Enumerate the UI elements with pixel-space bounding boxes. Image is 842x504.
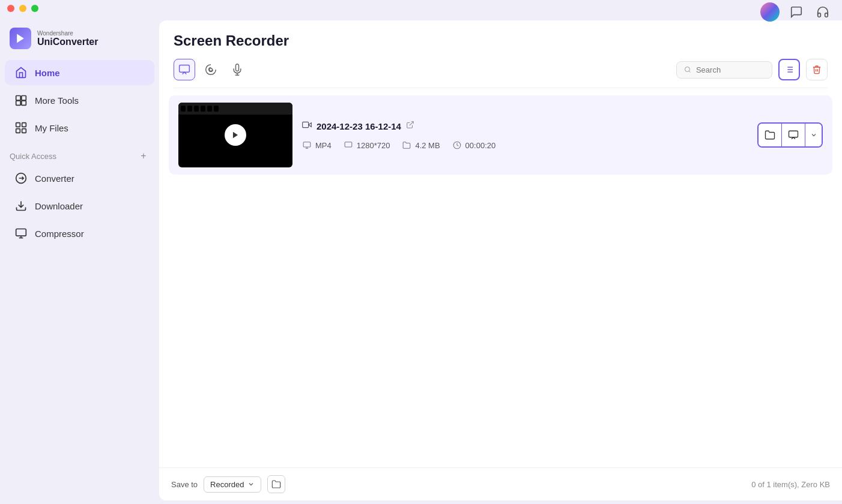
sidebar-item-downloader[interactable]: Downloader — [5, 193, 154, 218]
svg-line-29 — [410, 122, 413, 125]
film-hole — [187, 106, 192, 112]
toolbar-tabs — [174, 59, 248, 80]
sidebar-item-downloader-label: Downloader — [35, 201, 83, 211]
search-box[interactable] — [676, 61, 772, 79]
main-content: Screen Recorder — [159, 20, 842, 500]
meta-resolution-value: 1280*720 — [357, 141, 390, 150]
open-external-icon[interactable] — [406, 121, 414, 131]
svg-rect-35 — [789, 131, 798, 137]
recording-meta: MP4 1280*720 — [302, 140, 748, 150]
home-icon — [14, 66, 28, 79]
film-hole — [214, 106, 219, 112]
sidebar-item-compressor-label: Compressor — [35, 229, 84, 239]
save-to-row: Save to Recorded — [171, 475, 285, 493]
converter-icon — [14, 172, 28, 185]
recording-title-row: 2024-12-23 16-12-14 — [302, 120, 748, 132]
svg-point-15 — [210, 68, 213, 71]
app-logo: Wondershare UniConverter — [0, 22, 159, 59]
sidebar: Wondershare UniConverter Home — [0, 17, 159, 504]
compressor-icon — [14, 227, 28, 240]
meta-resolution: 1280*720 — [344, 140, 390, 150]
format-icon — [302, 140, 312, 150]
clock-icon — [452, 140, 462, 150]
meta-size-value: 4.2 MB — [415, 141, 440, 150]
bottom-bar: Save to Recorded 0 of 1 item(s), Zero KB — [159, 467, 842, 500]
svg-marker-0 — [17, 34, 24, 43]
recording-thumbnail[interactable] — [178, 103, 292, 167]
open-folder-button[interactable] — [759, 124, 781, 146]
recording-actions — [757, 122, 823, 148]
open-save-folder-button[interactable] — [267, 475, 285, 493]
size-icon — [402, 140, 411, 150]
headphones-icon[interactable] — [813, 2, 832, 22]
actions-chevron-button[interactable] — [805, 124, 822, 146]
table-row: 2024-12-23 16-12-14 — [169, 95, 832, 175]
svg-rect-4 — [22, 101, 26, 106]
recording-info: 2024-12-23 16-12-14 — [302, 120, 748, 150]
svg-rect-5 — [16, 123, 20, 127]
title-bar — [0, 0, 842, 17]
svg-rect-1 — [16, 96, 21, 101]
svg-rect-30 — [303, 142, 310, 147]
downloader-icon — [14, 199, 28, 212]
my-files-icon — [14, 121, 28, 134]
search-input[interactable] — [696, 65, 765, 74]
toolbar-right — [676, 59, 828, 80]
tab-screen-recorder[interactable] — [174, 59, 195, 80]
save-to-label: Save to — [171, 480, 198, 489]
maximize-button[interactable] — [31, 5, 38, 12]
minimize-button[interactable] — [19, 5, 26, 12]
svg-rect-3 — [16, 101, 21, 106]
sidebar-item-converter[interactable]: Converter — [5, 166, 154, 191]
video-camera-icon — [302, 120, 312, 132]
logo-product: UniConverter — [37, 37, 98, 47]
film-strip — [178, 103, 292, 115]
sidebar-item-more-tools[interactable]: More Tools — [5, 88, 154, 113]
svg-rect-7 — [16, 129, 20, 133]
svg-rect-14 — [180, 65, 190, 73]
save-location-select[interactable]: Recorded — [204, 476, 261, 493]
sidebar-item-my-files-label: My Files — [35, 123, 68, 133]
search-icon — [684, 65, 691, 74]
quick-access-add-button[interactable]: + — [138, 150, 150, 162]
sidebar-item-compressor[interactable]: Compressor — [5, 221, 154, 246]
toolbar — [174, 59, 828, 88]
close-button[interactable] — [7, 5, 14, 12]
page-title: Screen Recorder — [174, 32, 828, 49]
sidebar-item-home-label: Home — [35, 68, 60, 78]
quick-access-section: Quick Access + — [0, 144, 159, 164]
avatar-icon[interactable] — [760, 2, 780, 22]
svg-rect-11 — [16, 229, 26, 236]
more-tools-icon — [14, 94, 28, 107]
convert-button[interactable] — [782, 124, 805, 146]
svg-line-19 — [689, 71, 690, 72]
svg-marker-27 — [309, 123, 312, 127]
svg-rect-33 — [345, 142, 352, 147]
sidebar-item-converter-label: Converter — [35, 173, 74, 184]
folder-icon — [271, 479, 281, 489]
film-hole — [201, 106, 205, 112]
meta-format-value: MP4 — [315, 141, 332, 150]
recordings-area: 2024-12-23 16-12-14 — [159, 88, 842, 467]
tab-audio-recorder[interactable] — [226, 59, 248, 80]
resolution-icon — [344, 140, 353, 150]
sidebar-item-my-files[interactable]: My Files — [5, 115, 154, 140]
play-button[interactable] — [225, 124, 246, 146]
meta-duration-value: 00:00:20 — [465, 141, 496, 150]
film-hole — [194, 106, 199, 112]
chat-icon[interactable] — [787, 2, 806, 22]
svg-marker-26 — [233, 132, 238, 139]
meta-duration: 00:00:20 — [452, 140, 496, 150]
list-view-button[interactable] — [778, 59, 800, 80]
save-location-value: Recorded — [210, 480, 244, 489]
tab-webcam-recorder[interactable] — [200, 59, 222, 80]
svg-rect-8 — [22, 129, 26, 133]
film-hole — [207, 106, 212, 112]
quick-access-label: Quick Access — [10, 152, 56, 161]
meta-size: 4.2 MB — [402, 140, 440, 150]
svg-point-18 — [685, 67, 689, 72]
recording-title-text: 2024-12-23 16-12-14 — [317, 121, 401, 131]
chevron-down-icon — [247, 481, 255, 488]
delete-button[interactable] — [806, 59, 828, 80]
sidebar-item-home[interactable]: Home — [5, 60, 154, 85]
